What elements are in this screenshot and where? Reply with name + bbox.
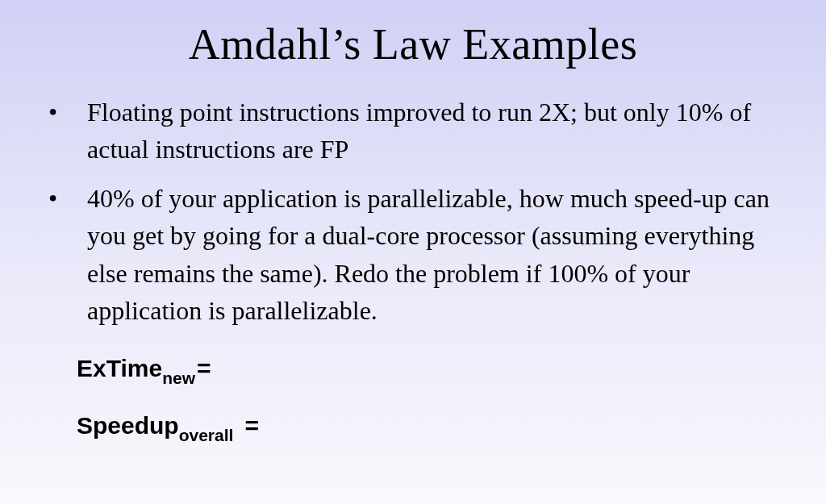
- formula-block: ExTimenew= Speedupoverall=: [0, 340, 826, 444]
- equals-sign: =: [197, 355, 211, 381]
- formula-extime-subscript: new: [162, 369, 195, 387]
- bullet-item: Floating point instructions improved to …: [63, 94, 794, 169]
- bullet-list: Floating point instructions improved to …: [0, 94, 826, 329]
- bullet-item: 40% of your application is parallelizabl…: [63, 180, 794, 330]
- formula-extime: ExTimenew=: [77, 355, 826, 386]
- formula-speedup: Speedupoverall=: [77, 412, 826, 444]
- formula-speedup-subscript: overall: [179, 426, 234, 444]
- formula-extime-main: ExTime: [77, 355, 162, 381]
- equals-sign: =: [244, 412, 259, 439]
- slide-title: Amdahl’s Law Examples: [0, 0, 826, 94]
- formula-speedup-main: Speedup: [77, 412, 179, 439]
